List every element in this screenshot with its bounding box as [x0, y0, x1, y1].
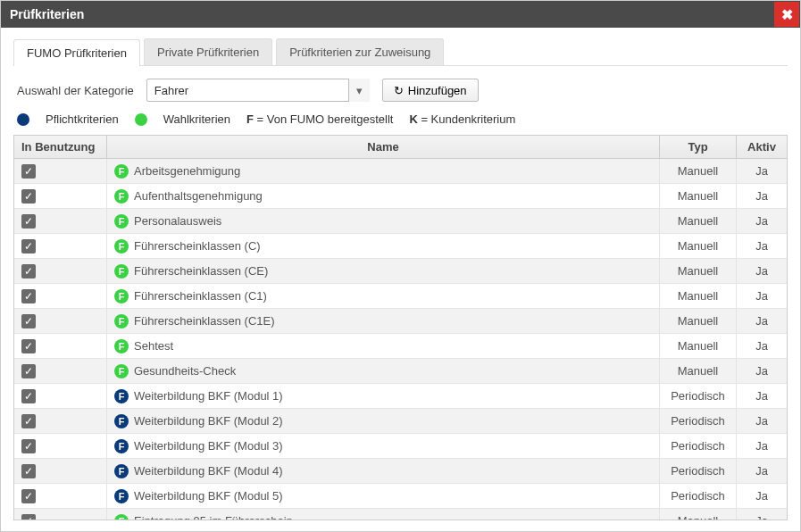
grid-body[interactable]: ✓FArbeitsgenehmigungManuellJa✓FAufenthal…	[14, 159, 787, 520]
cell-aktiv: Ja	[737, 409, 787, 433]
refresh-icon: ↻	[394, 84, 404, 97]
cell-in-benutzung: ✓	[14, 159, 107, 183]
cell-typ: Manuell	[660, 359, 737, 383]
table-row[interactable]: ✓FWeiterbildung BKF (Modul 1)PeriodischJ…	[14, 384, 787, 409]
col-header-aktiv[interactable]: Aktiv	[737, 136, 787, 158]
category-select[interactable]: Fahrer ▾	[146, 79, 370, 102]
row-name-text: Aufenthaltsgenehmigung	[134, 189, 263, 203]
row-name-text: Weiterbildung BKF (Modul 4)	[134, 464, 283, 478]
checkbox[interactable]: ✓	[21, 389, 36, 403]
source-badge-icon: F	[114, 264, 129, 278]
row-name-text: Personalausweis	[134, 214, 221, 228]
legend-f-text: = Von FUMO bereitgestellt	[254, 112, 393, 126]
cell-typ: Periodisch	[660, 384, 737, 408]
cell-in-benutzung: ✓	[14, 184, 107, 208]
cell-name: FWeiterbildung BKF (Modul 3)	[107, 434, 660, 458]
row-name-text: Weiterbildung BKF (Modul 5)	[134, 489, 283, 503]
close-button[interactable]: ✖	[774, 2, 799, 27]
cell-in-benutzung: ✓	[14, 209, 107, 233]
table-row[interactable]: ✓FWeiterbildung BKF (Modul 4)PeriodischJ…	[14, 459, 787, 484]
checkbox[interactable]: ✓	[21, 214, 36, 229]
row-name-text: Arbeitsgenehmigung	[134, 164, 240, 178]
source-badge-icon: F	[114, 314, 129, 328]
table-row[interactable]: ✓FWeiterbildung BKF (Modul 5)PeriodischJ…	[14, 484, 787, 509]
checkbox[interactable]: ✓	[21, 364, 36, 378]
table-row[interactable]: ✓FFührerscheinklassen (C1E)ManuellJa	[14, 309, 787, 334]
table-row[interactable]: ✓FFührerscheinklassen (CE)ManuellJa	[14, 259, 787, 284]
source-badge-icon: F	[114, 214, 129, 229]
checkbox[interactable]: ✓	[21, 164, 36, 179]
cell-in-benutzung: ✓	[14, 484, 107, 508]
cell-typ: Manuell	[660, 334, 737, 358]
source-badge-icon: F	[114, 514, 129, 520]
cell-name: FWeiterbildung BKF (Modul 2)	[107, 409, 660, 433]
cell-typ: Periodisch	[660, 409, 737, 433]
row-name-text: Weiterbildung BKF (Modul 3)	[134, 439, 283, 453]
table-row[interactable]: ✓FSehtestManuellJa	[14, 334, 787, 359]
checkbox[interactable]: ✓	[21, 264, 36, 278]
row-name-text: Sehtest	[134, 339, 173, 353]
row-name-text: Führerscheinklassen (CE)	[134, 264, 268, 278]
cell-typ: Periodisch	[660, 484, 737, 508]
cell-typ: Periodisch	[660, 459, 737, 483]
tab-0[interactable]: FUMO Prüfkriterien	[13, 39, 140, 66]
table-row[interactable]: ✓FWeiterbildung BKF (Modul 2)PeriodischJ…	[14, 409, 787, 434]
col-header-name[interactable]: Name	[107, 136, 660, 158]
legend-f-bold: F	[246, 112, 254, 126]
table-row[interactable]: ✓FEintragung 95 im FührerscheinManuellJa	[14, 509, 787, 520]
cell-aktiv: Ja	[737, 359, 787, 383]
tab-2[interactable]: Prüfkriterien zur Zuweisung	[276, 38, 444, 65]
table-row[interactable]: ✓FAufenthaltsgenehmigungManuellJa	[14, 184, 787, 209]
dialog-window: Prüfkriterien ✖ FUMO PrüfkriterienPrivat…	[0, 0, 801, 532]
cell-name: FSehtest	[107, 334, 660, 358]
add-button[interactable]: ↻ Hinzufügen	[382, 79, 479, 102]
table-row[interactable]: ✓FWeiterbildung BKF (Modul 3)PeriodischJ…	[14, 434, 787, 459]
cell-in-benutzung: ✓	[14, 459, 107, 483]
titlebar: Prüfkriterien ✖	[1, 1, 800, 28]
source-badge-icon: F	[114, 489, 129, 503]
cell-name: FPersonalausweis	[107, 209, 660, 233]
cell-aktiv: Ja	[737, 334, 787, 358]
checkbox[interactable]: ✓	[21, 314, 36, 328]
category-select-field[interactable]: Fahrer	[146, 79, 370, 102]
checkbox[interactable]: ✓	[21, 239, 36, 254]
cell-aktiv: Ja	[737, 309, 787, 333]
cell-typ: Manuell	[660, 284, 737, 308]
dot-navy-icon	[17, 113, 29, 126]
cell-in-benutzung: ✓	[14, 284, 107, 308]
col-header-typ[interactable]: Typ	[660, 136, 737, 158]
row-name-text: Eintragung 95 im Führerschein	[134, 514, 293, 520]
cell-in-benutzung: ✓	[14, 384, 107, 408]
table-row[interactable]: ✓FArbeitsgenehmigungManuellJa	[14, 159, 787, 184]
cell-name: FFührerscheinklassen (C1)	[107, 284, 660, 308]
checkbox[interactable]: ✓	[21, 414, 36, 428]
cell-name: FAufenthaltsgenehmigung	[107, 184, 660, 208]
table-row[interactable]: ✓FPersonalausweisManuellJa	[14, 209, 787, 234]
checkbox[interactable]: ✓	[21, 339, 36, 353]
checkbox[interactable]: ✓	[21, 289, 36, 303]
window-title: Prüfkriterien	[10, 7, 84, 21]
cell-in-benutzung: ✓	[14, 309, 107, 333]
table-row[interactable]: ✓FFührerscheinklassen (C)ManuellJa	[14, 234, 787, 259]
source-badge-icon: F	[114, 414, 129, 428]
checkbox[interactable]: ✓	[21, 514, 36, 520]
cell-name: FArbeitsgenehmigung	[107, 159, 660, 183]
cell-aktiv: Ja	[737, 209, 787, 233]
row-name-text: Weiterbildung BKF (Modul 2)	[134, 414, 283, 428]
checkbox[interactable]: ✓	[21, 489, 36, 503]
source-badge-icon: F	[114, 289, 129, 303]
source-badge-icon: F	[114, 439, 129, 453]
cell-typ: Manuell	[660, 259, 737, 283]
legend-k: K = Kundenkriterium	[409, 112, 515, 126]
checkbox[interactable]: ✓	[21, 464, 36, 478]
cell-aktiv: Ja	[737, 434, 787, 458]
cell-name: FWeiterbildung BKF (Modul 4)	[107, 459, 660, 483]
cell-name: FFührerscheinklassen (CE)	[107, 259, 660, 283]
checkbox[interactable]: ✓	[21, 189, 36, 204]
checkbox[interactable]: ✓	[21, 439, 36, 453]
cell-name: FFührerscheinklassen (C1E)	[107, 309, 660, 333]
table-row[interactable]: ✓FGesundheits-CheckManuellJa	[14, 359, 787, 384]
tab-1[interactable]: Private Prüfkriterien	[144, 38, 272, 65]
table-row[interactable]: ✓FFührerscheinklassen (C1)ManuellJa	[14, 284, 787, 309]
col-header-in-benutzung[interactable]: In Benutzung	[14, 136, 107, 158]
